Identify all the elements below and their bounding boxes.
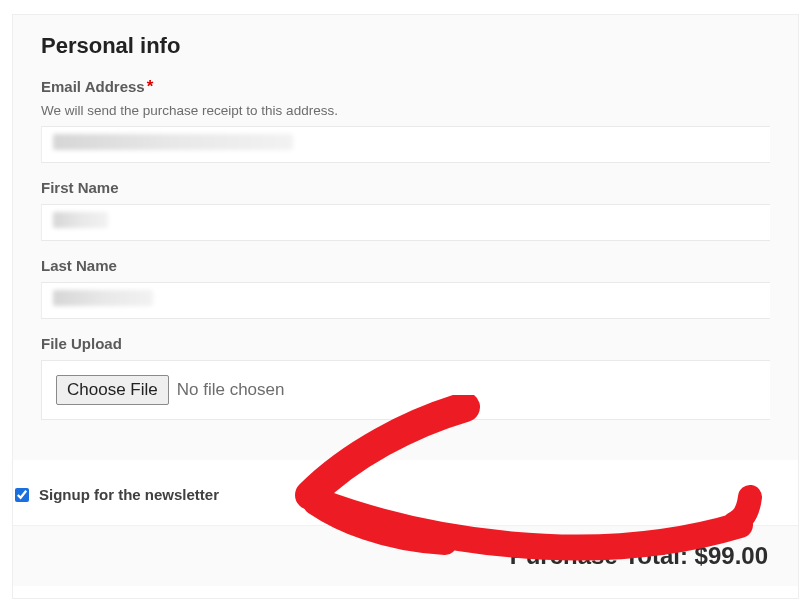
purchase-total-label: Purchase Total: xyxy=(510,542,688,569)
personal-info-panel: Personal info Email Address* We will sen… xyxy=(13,15,798,460)
email-label: Email Address xyxy=(41,78,145,95)
purchase-total-amount: $99.00 xyxy=(695,542,768,569)
purchase-total-row: Purchase Total: $99.00 xyxy=(13,525,798,586)
email-description: We will send the purchase receipt to thi… xyxy=(41,103,770,118)
file-upload-label: File Upload xyxy=(41,335,122,352)
form-container: Personal info Email Address* We will sen… xyxy=(12,14,799,599)
choose-file-button[interactable]: Choose File xyxy=(56,375,169,405)
section-title: Personal info xyxy=(41,33,770,59)
file-upload-field-group: File Upload Choose File No file chosen xyxy=(41,335,770,420)
redacted-value xyxy=(53,134,293,150)
file-status-text: No file chosen xyxy=(177,380,285,400)
newsletter-checkbox[interactable] xyxy=(15,488,29,502)
redacted-value xyxy=(53,290,153,306)
redacted-value xyxy=(53,212,108,228)
file-upload-row: Choose File No file chosen xyxy=(41,360,770,420)
newsletter-label: Signup for the newsletter xyxy=(39,486,219,503)
below-panel: Signup for the newsletter Purchase Total… xyxy=(13,460,798,598)
first-name-field-group: First Name xyxy=(41,179,770,241)
newsletter-row: Signup for the newsletter xyxy=(13,486,798,503)
last-name-label: Last Name xyxy=(41,257,117,274)
last-name-field-group: Last Name xyxy=(41,257,770,319)
required-indicator: * xyxy=(147,77,154,96)
email-field-group: Email Address* We will send the purchase… xyxy=(41,77,770,163)
first-name-label: First Name xyxy=(41,179,119,196)
first-name-input[interactable] xyxy=(41,204,770,241)
